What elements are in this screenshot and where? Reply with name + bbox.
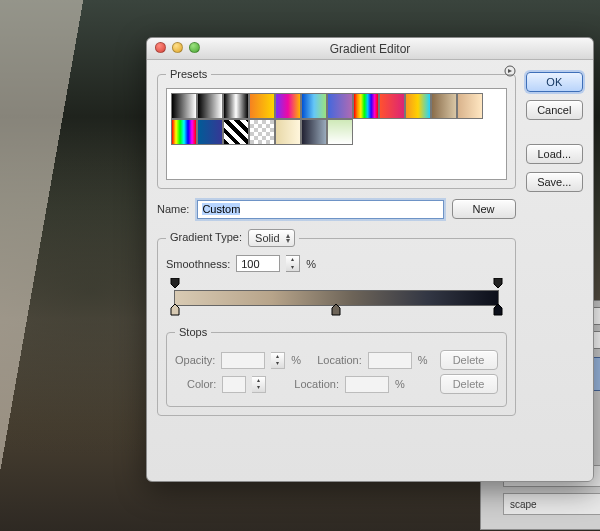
preset-swatch[interactable] [379,93,405,119]
zoom-icon[interactable] [189,42,200,53]
preset-swatch[interactable] [327,93,353,119]
gradient-type-fieldset: Gradient Type: Solid▴▾ Smoothness: 100 ▴… [157,229,516,416]
window-controls [155,42,200,53]
preset-swatch[interactable] [353,93,379,119]
layer-row-scape[interactable]: scape [503,493,600,515]
color-stop-left[interactable] [170,304,180,316]
preset-swatch[interactable] [431,93,457,119]
stops-legend: Stops [175,326,211,338]
percent-sign: % [395,378,405,390]
percent-sign: % [291,354,301,366]
opacity-input [221,352,265,369]
minimize-icon[interactable] [172,42,183,53]
close-icon[interactable] [155,42,166,53]
preset-swatch[interactable] [197,93,223,119]
smoothness-label: Smoothness: [166,258,230,270]
delete-opacity-stop-button: Delete [440,350,498,370]
gradient-bar[interactable] [166,280,507,320]
presets-grid[interactable] [166,88,507,180]
color-swatch [222,376,246,393]
gradient-type-legend: Gradient Type: Solid▴▾ [166,229,299,247]
stops-fieldset: Stops Opacity: ▴▾ % Location: % Delete [166,326,507,407]
location-label: Location: [294,378,339,390]
opacity-location-input [368,352,412,369]
smoothness-stepper[interactable]: ▴▾ [286,255,300,272]
preset-swatch[interactable] [249,119,275,145]
photoshop-canvas: 00% 00% ait overlay scape Gradient Edito… [0,0,600,531]
opacity-stepper: ▴▾ [271,352,285,369]
smoothness-input[interactable]: 100 [236,255,280,272]
dialog-title: Gradient Editor [330,42,411,56]
cancel-button[interactable]: Cancel [526,100,583,120]
preset-swatch[interactable] [223,93,249,119]
presets-flyout-icon[interactable] [503,64,517,78]
color-stop-mid[interactable] [331,304,341,316]
new-button[interactable]: New [452,199,516,219]
name-label: Name: [157,203,189,215]
gradient-editor-dialog: Gradient Editor Presets Name: Custom New [146,37,594,482]
opacity-stop-left[interactable] [170,278,180,288]
preset-swatch[interactable] [327,119,353,145]
save-button[interactable]: Save... [526,172,583,192]
preset-swatch[interactable] [171,119,197,145]
ok-button[interactable]: OK [526,72,583,92]
opacity-label: Opacity: [175,354,215,366]
presets-fieldset: Presets [157,68,516,189]
preset-swatch[interactable] [249,93,275,119]
preset-swatch[interactable] [301,119,327,145]
preset-swatch[interactable] [223,119,249,145]
color-location-input [345,376,389,393]
gradient-name-input[interactable]: Custom [197,200,443,219]
preset-swatch[interactable] [301,93,327,119]
percent-sign: % [418,354,428,366]
preset-swatch[interactable] [171,93,197,119]
gradient-type-select[interactable]: Solid▴▾ [248,229,294,247]
presets-legend: Presets [166,68,211,80]
location-label: Location: [317,354,362,366]
preset-swatch[interactable] [275,119,301,145]
color-label: Color: [187,378,216,390]
color-stop-right[interactable] [493,304,503,316]
preset-swatch[interactable] [275,93,301,119]
percent-sign: % [306,258,316,270]
opacity-stop-right[interactable] [493,278,503,288]
delete-color-stop-button: Delete [440,374,498,394]
load-button[interactable]: Load... [526,144,583,164]
dialog-titlebar[interactable]: Gradient Editor [147,38,593,60]
color-picker-stepper: ▴▾ [252,376,266,393]
dialog-button-column: OK Cancel Load... Save... [526,68,583,471]
preset-swatch[interactable] [457,93,483,119]
preset-swatch[interactable] [405,93,431,119]
preset-swatch[interactable] [197,119,223,145]
